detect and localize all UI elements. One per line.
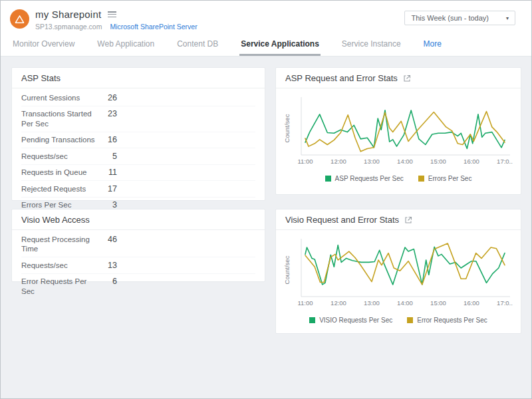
legend-item-error-requests-per-sec[interactable]: Error Requests Per Sec <box>407 317 487 324</box>
stat-row-current-sessions: Current Sessions26 <box>21 90 255 106</box>
visio-chart-title: Visio Request and Error Stats <box>285 215 399 225</box>
asp-chart-panel: ASP Request and Error Stats Count/sec11:… <box>275 67 521 195</box>
page-title: my Sharepoint <box>35 9 101 20</box>
svg-text:12:00: 12:00 <box>331 158 346 165</box>
stat-row-requests-sec: Requests/sec13 <box>21 257 255 274</box>
stat-row-requests-in-queue: Requests in Queue11 <box>21 165 255 182</box>
stat-value: 5 <box>100 152 117 162</box>
svg-text:17:0..: 17:0.. <box>497 158 513 165</box>
stat-row-error-requests-per-sec: Error Requests Per Sec6 <box>21 274 255 299</box>
main-content: ASP Stats Current Sessions26Transactions… <box>1 57 531 398</box>
svg-text:14:00: 14:00 <box>397 158 413 165</box>
monitor-host: SP13.spmanage.com <box>35 23 102 31</box>
stat-value: 16 <box>100 135 117 145</box>
header: my Sharepoint SP13.spmanage.com Microsof… <box>1 1 531 33</box>
line-chart-canvas: Count/sec11:0012:0013:0014:0015:0016:001… <box>284 94 514 167</box>
svg-text:12:00: 12:00 <box>331 299 346 307</box>
tab-monitor-overview[interactable]: Monitor Overview <box>11 33 76 56</box>
tab-service-applications[interactable]: Service Applications <box>239 33 321 56</box>
stat-value: 26 <box>100 93 117 103</box>
stat-value: 46 <box>100 235 117 254</box>
open-in-new-icon[interactable] <box>403 74 411 82</box>
stat-label: Requests/sec <box>21 261 100 271</box>
stat-row-transactions-started-per-sec: Transactions Started Per Sec23 <box>21 106 255 132</box>
stat-value: 3 <box>100 200 117 210</box>
tab-content-db[interactable]: Content DB <box>176 33 219 56</box>
stat-row-rejected-requests: Rejected Requests17 <box>21 181 255 198</box>
stat-value: 6 <box>100 277 117 296</box>
svg-text:11:00: 11:00 <box>297 158 313 165</box>
svg-text:13:00: 13:00 <box>364 158 380 165</box>
stat-label: Requests in Queue <box>21 168 100 178</box>
line-chart-canvas: Count/sec11:0012:0013:0014:0015:0016:001… <box>284 235 514 309</box>
stat-value: 11 <box>100 168 117 178</box>
svg-text:11:00: 11:00 <box>297 299 313 307</box>
svg-text:14:00: 14:00 <box>397 299 413 307</box>
asp-stats-title: ASP Stats <box>21 73 61 83</box>
stat-label: Requests/sec <box>21 152 100 162</box>
sharepoint-monitor-logo-icon <box>10 9 29 29</box>
svg-text:17:0..: 17:0.. <box>497 299 513 307</box>
stat-value: 13 <box>100 261 117 271</box>
stat-label: Request Processing Time <box>21 235 100 254</box>
tab-more[interactable]: More <box>422 33 443 56</box>
legend-swatch-icon <box>309 317 315 323</box>
stat-label: Transactions Started Per Sec <box>21 109 100 128</box>
legend-item-asp-requests-per-sec[interactable]: ASP Requests Per Sec <box>325 175 404 182</box>
stat-label: Current Sessions <box>21 93 100 103</box>
time-range-dropdown[interactable]: This Week (sun - today) ▾ <box>404 11 515 25</box>
visio-stats-list: Request Processing Time46Requests/sec13E… <box>12 230 265 299</box>
monitor-type-link[interactable]: Microsoft SharePoint Server <box>110 23 197 31</box>
chart-legend: ASP Requests Per SecErrors Per Sec <box>284 175 513 182</box>
hamburger-menu-icon[interactable] <box>108 11 116 17</box>
visio-stats-panel: Visio Web Access Request Processing Time… <box>11 209 265 282</box>
stat-label: Rejected Requests <box>21 184 100 194</box>
stat-row-requests-sec: Requests/sec5 <box>21 148 255 165</box>
tab-web-application[interactable]: Web Application <box>96 33 156 56</box>
visio-stats-title: Visio Web Access <box>21 215 90 225</box>
legend-item-visio-requests-per-sec[interactable]: VISIO Requests Per Sec <box>309 317 392 324</box>
open-in-new-icon[interactable] <box>404 216 412 224</box>
stat-row-pending-transactions: Pending Transactions16 <box>21 132 255 149</box>
asp-stats-panel: ASP Stats Current Sessions26Transactions… <box>11 67 265 201</box>
legend-label: Error Requests Per Sec <box>417 317 487 324</box>
svg-text:Count/sec: Count/sec <box>284 114 291 142</box>
legend-item-errors-per-sec[interactable]: Errors Per Sec <box>418 175 472 182</box>
stat-label: Error Requests Per Sec <box>21 277 100 296</box>
svg-text:16:00: 16:00 <box>464 158 479 165</box>
legend-swatch-icon <box>407 317 413 323</box>
stat-row-request-processing-time: Request Processing Time46 <box>21 231 255 257</box>
legend-label: VISIO Requests Per Sec <box>319 317 392 324</box>
stat-value: 17 <box>100 184 117 194</box>
tab-service-instance[interactable]: Service Instance <box>340 33 402 56</box>
svg-text:15:00: 15:00 <box>430 299 446 307</box>
stat-value: 23 <box>100 109 117 128</box>
visio-chart-panel: Visio Request and Error Stats Count/sec1… <box>275 209 521 334</box>
legend-label: ASP Requests Per Sec <box>335 175 404 182</box>
asp-chart-title: ASP Request and Error Stats <box>285 73 398 83</box>
legend-label: Errors Per Sec <box>428 175 472 182</box>
svg-text:15:00: 15:00 <box>430 158 446 165</box>
stat-label: Pending Transactions <box>21 135 100 145</box>
app-window: my Sharepoint SP13.spmanage.com Microsof… <box>0 0 532 399</box>
chevron-down-icon: ▾ <box>506 15 509 21</box>
legend-swatch-icon <box>418 176 424 182</box>
time-range-value: This Week (sun - today) <box>411 14 489 22</box>
chart-legend: VISIO Requests Per SecError Requests Per… <box>284 317 513 324</box>
asp-stats-list: Current Sessions26Transactions Started P… <box>12 88 265 213</box>
asp-chart: Count/sec11:0012:0013:0014:0015:0016:001… <box>276 88 521 182</box>
svg-text:13:00: 13:00 <box>364 299 380 307</box>
svg-text:Count/sec: Count/sec <box>284 255 291 284</box>
tab-bar: Monitor OverviewWeb ApplicationContent D… <box>1 33 531 57</box>
svg-text:16:00: 16:00 <box>464 299 479 307</box>
visio-chart: Count/sec11:0012:0013:0014:0015:0016:001… <box>276 230 521 324</box>
legend-swatch-icon <box>325 176 331 182</box>
stat-label: Errors Per Sec <box>21 200 100 210</box>
